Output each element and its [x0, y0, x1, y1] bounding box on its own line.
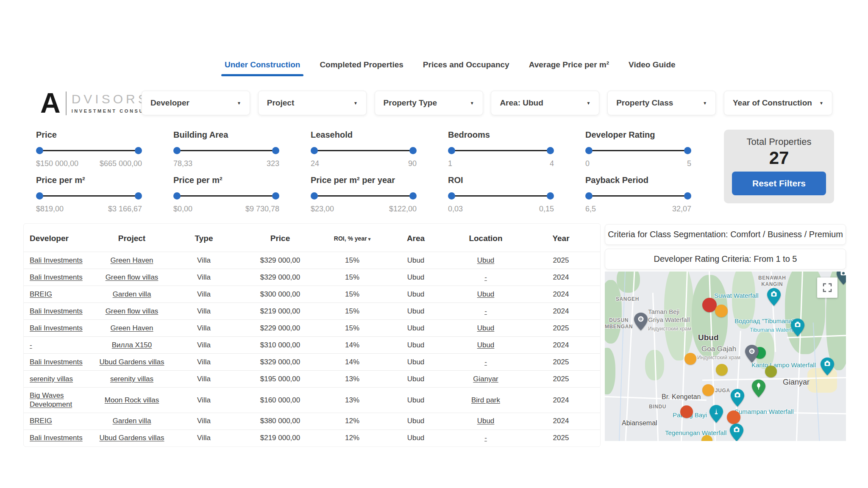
developer-link[interactable]: Big Waves Development — [30, 391, 72, 408]
project-link[interactable]: serenity villas — [110, 375, 153, 383]
location-link[interactable]: - — [484, 434, 487, 442]
slider-handle-max[interactable] — [409, 192, 417, 200]
location-link[interactable]: Gianyar — [473, 375, 498, 383]
tab-prices-and-occupancy[interactable]: Prices and Occupancy — [420, 58, 513, 76]
project-link[interactable]: Вилла X150 — [112, 341, 152, 349]
location-link[interactable]: Ubud — [477, 324, 495, 332]
project-link[interactable]: Green flow villas — [106, 307, 159, 315]
property-marker-orange[interactable] — [684, 353, 696, 365]
slider-handle-min[interactable] — [173, 192, 181, 200]
slider-handle-max[interactable] — [272, 147, 279, 154]
property-marker-red[interactable] — [727, 410, 740, 424]
project-link[interactable]: Ubud Gardens villas — [99, 434, 164, 442]
location-link[interactable]: Ubud — [477, 256, 495, 264]
project-link[interactable]: Green Haven — [110, 324, 153, 332]
slider-track-line — [176, 150, 276, 151]
cell-year: 2024 — [522, 337, 600, 353]
tibumana-waterfall-pin[interactable] — [790, 318, 805, 337]
slider-handle-min[interactable] — [173, 147, 181, 154]
slider-handle-max[interactable] — [547, 192, 554, 200]
map[interactable]: BENAWAH KANGINSANGEHDUSUN MBENGANTaman B… — [605, 272, 846, 441]
slider-max-value: $665 000,00 — [100, 159, 142, 169]
taman-beji-temple-pin[interactable]: ☸ — [634, 312, 648, 331]
project-link[interactable]: Garden villa — [113, 417, 151, 425]
location-link[interactable]: - — [484, 273, 487, 281]
slider-handle-max[interactable] — [409, 147, 417, 154]
corner-pin[interactable] — [836, 272, 846, 285]
dropdown-year-of-construction[interactable]: Year of Construction▼ — [724, 91, 832, 115]
project-link[interactable]: Green Haven — [110, 256, 153, 264]
class-segmentation-card[interactable]: Criteria for Class Segmentation: Comfort… — [605, 224, 846, 245]
project-link[interactable]: Moon Rock villas — [105, 396, 159, 404]
dropdown-project[interactable]: Project▼ — [258, 91, 367, 115]
patung-bayi-pin[interactable] — [709, 405, 723, 423]
property-marker-red[interactable] — [702, 298, 717, 312]
cell-type: Villa — [170, 320, 238, 336]
location-link[interactable]: Bird park — [471, 396, 500, 404]
developer-link[interactable]: Bali Investments — [30, 273, 83, 281]
location-link[interactable]: Ubud — [477, 417, 495, 425]
project-link[interactable]: Ubud Gardens villas — [99, 358, 164, 366]
slider-handle-min[interactable] — [311, 147, 318, 154]
slider-handle-max[interactable] — [135, 192, 142, 200]
developer-link[interactable]: - — [30, 341, 32, 349]
cell-project: Вилла X150 — [94, 337, 170, 353]
fullscreen-icon[interactable] — [817, 277, 837, 298]
developer-link[interactable]: Bali Investments — [30, 434, 83, 442]
developer-link[interactable]: Bali Investments — [30, 307, 83, 315]
property-marker-orange[interactable] — [715, 305, 728, 317]
slider-track-line — [176, 195, 276, 197]
slider-handle-max[interactable] — [684, 147, 691, 154]
property-marker-olive[interactable] — [765, 366, 777, 377]
tab-completed-properties[interactable]: Completed Properties — [316, 58, 406, 76]
slider-handle-max[interactable] — [547, 147, 554, 154]
slider-handle-min[interactable] — [311, 192, 318, 200]
tegenungan-waterfall-pin[interactable] — [729, 423, 744, 441]
tab-under-construction[interactable]: Under Construction — [221, 58, 303, 76]
property-marker-yellow[interactable] — [716, 364, 728, 376]
slider-track-line — [39, 195, 139, 197]
cell-location: Ubud — [450, 413, 522, 429]
column-header-roi[interactable]: ROI, % year▾ — [323, 225, 382, 250]
slider-handle-max[interactable] — [135, 147, 142, 154]
project-link[interactable]: Garden villa — [113, 290, 151, 298]
property-marker-red[interactable] — [680, 405, 693, 418]
dropdown-property-type[interactable]: Property Type▼ — [375, 91, 483, 115]
park-pin[interactable] — [751, 379, 766, 398]
map-label-goa-gajah: Goa Gajah — [701, 344, 736, 353]
developer-link[interactable]: BREIG — [30, 290, 52, 298]
property-marker-orange[interactable] — [702, 384, 714, 396]
kanto-lampo-waterfall-pin[interactable] — [820, 357, 835, 376]
slider-handle-min[interactable] — [36, 192, 43, 200]
map-label-tibumana-waterfall: Tibumana Waterfall — [750, 327, 797, 333]
dropdown-area-ubud[interactable]: Area: Ubud▼ — [491, 91, 599, 115]
slider-handle-min[interactable] — [585, 147, 593, 154]
slider-handle-max[interactable] — [272, 192, 279, 200]
dropdown-property-class[interactable]: Property Class▼ — [607, 91, 716, 115]
sumampan-waterfall-pin[interactable] — [730, 388, 745, 407]
location-link[interactable]: Ubud — [477, 341, 495, 349]
tab-video-guide[interactable]: Video Guide — [625, 58, 679, 76]
slider-handle-min[interactable] — [448, 192, 455, 200]
dropdown-developer[interactable]: Developer▼ — [142, 91, 250, 115]
slider-handle-min[interactable] — [36, 147, 43, 154]
developer-link[interactable]: serenity villas — [30, 375, 73, 383]
developer-link[interactable]: Bali Investments — [30, 324, 83, 332]
slider-min-value: 0 — [585, 159, 590, 169]
slider-handle-max[interactable] — [684, 192, 691, 200]
tab-average-price-per-m[interactable]: Average Price per m² — [526, 58, 612, 76]
slider-handle-min[interactable] — [448, 147, 455, 154]
location-link[interactable]: Ubud — [477, 290, 495, 298]
developer-link[interactable]: Bali Investments — [30, 358, 83, 366]
reset-filters-button[interactable]: Reset Filters — [732, 172, 826, 195]
developer-link[interactable]: Bali Investments — [30, 256, 83, 264]
goa-gajah-temple-pin[interactable]: ☸ — [745, 344, 759, 363]
slider-label: ROI — [448, 175, 554, 186]
suwat-waterfall-pin[interactable] — [767, 288, 781, 306]
developer-rating-card[interactable]: Developer Rating Criteria: From 1 to 5 — [605, 249, 846, 269]
location-link[interactable]: - — [484, 358, 487, 366]
developer-link[interactable]: BREIG — [30, 417, 52, 425]
project-link[interactable]: Green flow villas — [106, 273, 159, 281]
slider-handle-min[interactable] — [585, 192, 593, 200]
location-link[interactable]: - — [484, 307, 487, 315]
